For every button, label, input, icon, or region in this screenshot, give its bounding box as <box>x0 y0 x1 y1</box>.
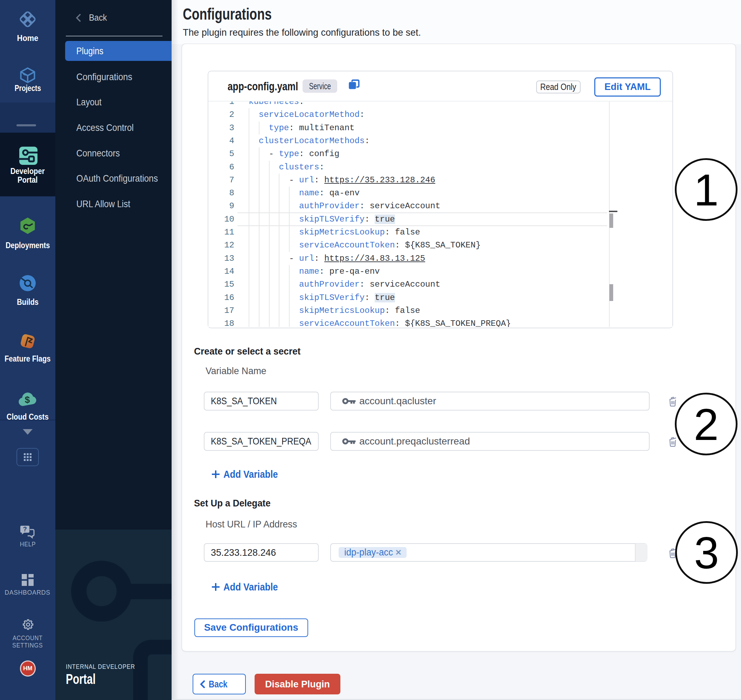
svg-text:?: ? <box>23 526 27 533</box>
svg-text:$: $ <box>25 394 30 405</box>
